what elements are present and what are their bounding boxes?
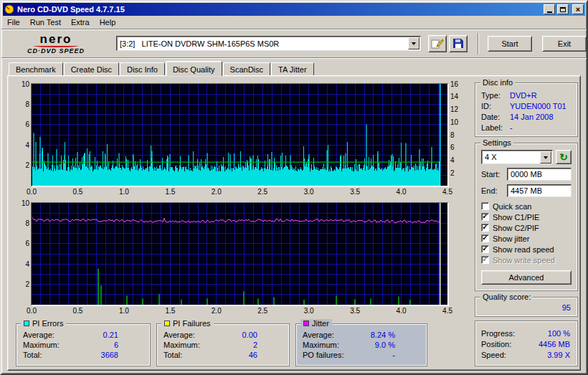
stat-value: -	[350, 351, 427, 359]
quality-score-value: 95	[562, 303, 571, 312]
advanced-button[interactable]: Advanced	[481, 270, 572, 285]
svg-text:0.0: 0.0	[27, 188, 37, 196]
tab-scandisc[interactable]: ScanDisc	[223, 62, 270, 75]
drive-select[interactable]: [3:2] LITE-ON DVDRW SHM-165P6S MS0R	[116, 36, 421, 51]
stat-label: Average:	[163, 331, 211, 339]
close-button[interactable]: ×	[572, 4, 584, 14]
checkbox-box: ✓	[481, 245, 489, 253]
checkbox-box: ✓	[481, 202, 489, 210]
info-label: Date:	[481, 113, 510, 121]
checkbox-show-c1-pie[interactable]: ✓ Show C1/PIE	[475, 212, 577, 222]
app-window: Nero CD-DVD Speed 4.7.7.15 × File Run Te…	[0, 0, 588, 375]
info-row: ID:YUDEN000 T01	[475, 100, 577, 111]
checkbox-label: Show C2/PIF	[493, 224, 539, 232]
menu-item-help[interactable]: Help	[95, 16, 121, 28]
tab-ta-jitter[interactable]: TA Jitter	[271, 62, 314, 75]
menu-item-file[interactable]: File	[2, 16, 25, 28]
save-icon	[452, 38, 464, 49]
pi-errors-legend: PI Errors	[21, 319, 66, 328]
save-button[interactable]	[449, 35, 468, 52]
end-position-input[interactable]: 4457 MB	[507, 184, 572, 197]
disc-quality-panel: 1086421614121086420.00.51.01.52.02.53.03…	[7, 75, 581, 371]
start-label: Start:	[481, 170, 507, 179]
checkbox-show-read-speed[interactable]: ✓ Show read speed	[475, 244, 577, 255]
scan-speed-select[interactable]: 4 X	[481, 150, 553, 164]
app-icon[interactable]	[4, 4, 14, 14]
speed-row: Speed:3.99 X	[475, 349, 577, 360]
nero-logo: nero CD·DVD SPEED	[1, 33, 110, 54]
svg-text:2.0: 2.0	[212, 188, 222, 196]
info-value: 14 Jan 2008	[510, 113, 577, 121]
stat-label: Maximum:	[23, 341, 70, 349]
chevron-down-icon	[544, 156, 548, 161]
svg-text:10: 10	[450, 118, 459, 126]
svg-text:4: 4	[25, 260, 29, 268]
checkbox-label: Show jitter	[493, 234, 529, 243]
svg-text:6: 6	[450, 143, 455, 151]
charts-column: 1086421614121086420.00.51.01.52.02.53.03…	[10, 78, 472, 368]
quality-score-group: Quality score: 95	[475, 297, 578, 317]
checkbox-show-c2-pif[interactable]: ✓ Show C2/PIF	[475, 222, 577, 233]
jitter-chart: 1086420.00.51.01.52.02.53.03.54.04.5	[10, 200, 472, 316]
stat-value: 9.0 %	[350, 341, 427, 349]
menu-item-run-test[interactable]: Run Test	[25, 16, 66, 28]
minimize-icon	[547, 11, 552, 13]
tab-create-disc[interactable]: Create Disc	[64, 62, 119, 75]
svg-text:12: 12	[450, 105, 459, 113]
pi-errors-swatch	[24, 321, 29, 326]
speed-row: 4 X ↻	[475, 150, 577, 164]
svg-text:1.5: 1.5	[165, 188, 175, 196]
toolbar-separator	[478, 33, 479, 54]
maximize-button[interactable]	[557, 4, 569, 14]
tab-benchmark[interactable]: Benchmark	[9, 62, 63, 75]
start-position-input[interactable]: 0000 MB	[507, 168, 572, 181]
tab-strip: Benchmark Create Disc Disc Info Disc Qua…	[1, 58, 587, 75]
check-icon: ✓	[482, 234, 488, 241]
info-label: Type:	[481, 91, 510, 100]
progress-value: 100 %	[521, 329, 577, 338]
tab-disc-info[interactable]: Disc Info	[120, 62, 165, 75]
speed-dropdown-button[interactable]	[540, 151, 551, 163]
minimize-button[interactable]	[544, 4, 555, 14]
stat-row: Maximum:6	[16, 340, 150, 350]
checkbox-quick-scan[interactable]: ✓ Quick scan	[475, 201, 577, 212]
checkbox-show-write-speed[interactable]: ✓ Show write speed	[475, 255, 577, 265]
pi-errors-chart: 1086421614121086420.00.51.01.52.02.53.03…	[10, 81, 472, 197]
stat-value: 6	[70, 341, 150, 349]
write-test-button[interactable]	[428, 35, 447, 52]
chevron-down-icon	[412, 42, 416, 47]
maximize-icon	[560, 7, 566, 12]
stats-row: PI Errors Average:0.21 Maximum:6 Total:3…	[16, 323, 472, 366]
svg-text:2.5: 2.5	[257, 188, 267, 196]
checkbox-box: ✓	[481, 234, 489, 242]
side-panel: Disc info Type:DVD+R ID:YUDEN000 T01 Dat…	[475, 78, 578, 368]
jitter-legend: Jitter	[300, 319, 332, 328]
toolbar: nero CD·DVD SPEED [3:2] LITE-ON DVDRW SH…	[1, 29, 587, 58]
checkbox-box: ✓	[481, 256, 489, 264]
settings-group: Settings 4 X ↻ Start: 0000 MB End: 4457 …	[475, 143, 578, 291]
drive-dropdown-button[interactable]	[408, 37, 419, 49]
checkbox-show-jitter[interactable]: ✓ Show jitter	[475, 233, 577, 244]
refresh-button[interactable]: ↻	[556, 150, 572, 164]
svg-text:2: 2	[450, 169, 455, 177]
svg-text:0.5: 0.5	[72, 188, 82, 196]
stat-row: Average:0.21	[16, 330, 150, 340]
start-row: Start: 0000 MB	[475, 168, 577, 181]
pi-errors-title: PI Errors	[32, 319, 63, 328]
svg-text:3.0: 3.0	[304, 307, 314, 315]
svg-text:8: 8	[25, 100, 29, 108]
tab-disc-quality[interactable]: Disc Quality	[166, 61, 222, 76]
position-label: Position:	[481, 340, 521, 348]
stat-label: Maximum:	[163, 341, 211, 349]
svg-text:3.5: 3.5	[350, 188, 360, 196]
window-title: Nero CD-DVD Speed 4.7.7.15	[16, 5, 541, 14]
hand-pen-icon	[431, 38, 444, 49]
checkbox-label: Show read speed	[493, 245, 554, 254]
exit-button[interactable]: Exit	[542, 36, 587, 52]
speed-label: Speed:	[481, 351, 521, 359]
menu-item-extra[interactable]: Extra	[66, 16, 95, 28]
check-icon: ✓	[482, 245, 488, 252]
stat-value: 8.24 %	[350, 331, 427, 339]
jitter-swatch	[303, 321, 309, 326]
start-button[interactable]: Start	[488, 36, 532, 52]
